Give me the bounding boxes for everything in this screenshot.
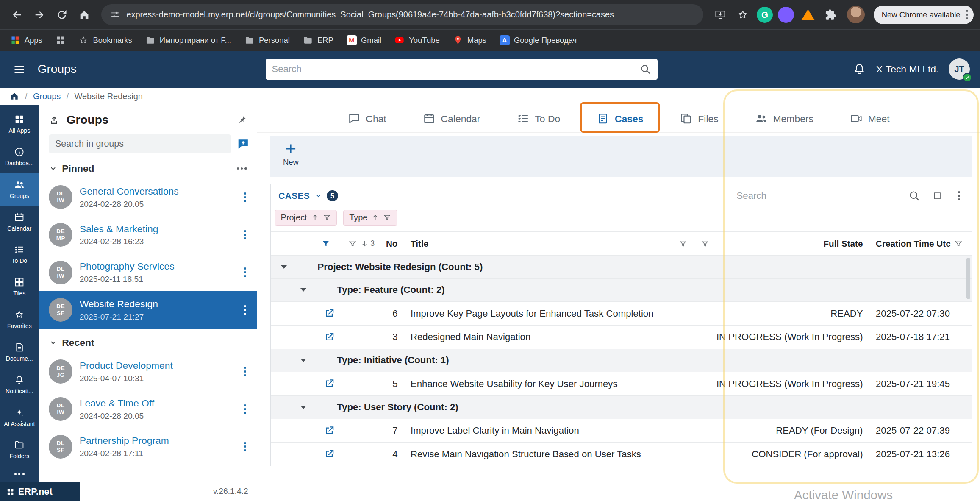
bookmark-folder-personal[interactable]: Personal [244,35,290,45]
breadcrumb-link-groups[interactable]: Groups [33,92,61,101]
table-row[interactable]: 7 Improve Label Clarity in Main Navigati… [271,419,971,443]
rail-more-button[interactable] [0,466,39,482]
group-item-selected[interactable]: DESF Website Redesign2025-07-21 21:27 [39,291,257,329]
group-name[interactable]: Leave & Time Off [80,398,233,409]
forward-button[interactable] [29,4,50,25]
groups-search-input[interactable] [49,134,231,153]
group-name[interactable]: Photography Services [80,261,233,272]
orange-extension-icon[interactable] [801,9,815,20]
sidebar-item-dashboard[interactable]: Dashboa... [0,140,39,173]
grammarly-extension-icon[interactable]: G [757,7,773,23]
open-case-button[interactable] [324,378,335,390]
sidebar-item-groups[interactable]: Groups [0,173,39,206]
cases-search-input[interactable] [737,190,897,201]
bookmark-folder-imported[interactable]: Импортирани от F... [145,35,231,45]
filter-row-toggle[interactable] [321,239,331,249]
group-item[interactable]: DLIW Photography Services2025-02-11 18:5… [39,253,257,291]
chevron-down-icon[interactable] [314,192,322,200]
new-post-button[interactable] [237,138,250,150]
open-case-button[interactable] [324,331,335,343]
chip-project[interactable]: Project [275,210,337,226]
group-name[interactable]: Product Development [80,360,233,371]
section-more-button[interactable] [237,167,247,170]
sidebar-item-ai-assistant[interactable]: AI Assistant [0,401,39,434]
section-recent[interactable]: Recent [39,329,257,353]
more-vert-icon[interactable] [239,402,251,416]
tab-files[interactable]: Files [677,105,721,132]
more-vert-icon[interactable] [966,10,968,20]
open-case-button[interactable] [324,425,335,437]
sort-indicator[interactable]: 3 [361,239,375,248]
column-filter-button[interactable] [348,239,357,248]
collapse-triangle-icon[interactable] [281,265,287,269]
group-row-type[interactable]: Type: User Story (Count: 2) [271,396,971,419]
install-app-button[interactable] [710,4,731,25]
more-vert-icon[interactable] [239,440,251,454]
bookmark-maps[interactable]: Maps [453,35,486,45]
bookmark-apps[interactable]: Apps [10,35,42,45]
collapse-triangle-icon[interactable] [300,406,306,409]
search-icon[interactable] [639,63,651,75]
purple-extension-icon[interactable] [778,7,794,23]
global-search[interactable] [266,59,658,80]
group-item[interactable]: DLIW General Conversations2024-02-28 20:… [39,178,257,216]
expand-panel-button[interactable] [933,191,942,200]
site-info-icon[interactable] [110,9,121,20]
browser-home-button[interactable] [74,4,95,25]
sidebar-item-calendar[interactable]: Calendar [0,206,39,238]
sidebar-item-todo[interactable]: To Do [0,238,39,271]
group-row-type[interactable]: Type: Feature (Count: 2) [271,279,971,302]
funnel-icon[interactable] [383,214,391,222]
open-case-button[interactable] [324,448,335,460]
bookmark-gmail[interactable]: M Gmail [347,35,381,45]
user-avatar[interactable]: JT [949,58,970,80]
tab-todo[interactable]: To Do [514,105,563,132]
bookmark-folder-erp[interactable]: ERP [303,35,333,45]
address-bar[interactable]: express-demo-model.my.erp.net/cl/groups/… [101,4,703,25]
more-vert-icon[interactable] [239,303,251,317]
more-vert-icon[interactable] [239,190,251,204]
notifications-button[interactable] [852,62,866,76]
group-name[interactable]: Sales & Marketing [80,223,233,235]
section-pinned[interactable]: Pinned [39,154,257,178]
sidebar-item-tiles[interactable]: Tiles [0,270,39,303]
extensions-button[interactable] [819,4,841,25]
tab-members[interactable]: Members [752,105,816,132]
collapse-panel-icon[interactable] [49,115,59,125]
refresh-button[interactable] [51,4,72,25]
apps-shortcut-button[interactable] [56,35,66,45]
panel-more-button[interactable] [954,190,964,202]
cases-title[interactable]: CASES [278,191,310,201]
group-row-type[interactable]: Type: Initiative (Count: 1) [271,349,971,373]
group-name[interactable]: Website Redesign [80,298,233,310]
collapse-triangle-icon[interactable] [300,288,306,292]
pin-icon[interactable] [236,115,247,125]
bookmark-translate[interactable]: A Google Преводач [500,35,577,45]
global-search-input[interactable] [272,64,639,75]
bookmark-youtube[interactable]: YouTube [394,35,440,45]
column-header-full-state[interactable]: Full State [823,239,863,249]
column-header-creation-time[interactable]: Creation Time Utc [876,239,951,249]
table-row[interactable]: 4 Revise Main Navigation Structure Based… [271,443,971,466]
breadcrumb-home-link[interactable] [9,91,19,101]
group-item[interactable]: DLSF Partnership Program2024-02-28 17:11 [39,428,257,466]
table-row[interactable]: 5 Enhance Website Usability for Key User… [271,372,971,396]
table-row[interactable]: 6 Improve Key Page Layouts for Enhanced … [271,302,971,326]
chip-type[interactable]: Type [343,210,397,226]
group-item[interactable]: DEJG Product Development2025-04-07 10:31 [39,353,257,390]
browser-profile-avatar[interactable] [847,6,864,23]
sidebar-item-documents[interactable]: Docume... [0,336,39,368]
group-name[interactable]: General Conversations [80,186,233,197]
more-vert-icon[interactable] [239,228,251,242]
tab-calendar[interactable]: Calendar [420,105,483,132]
tab-cases[interactable]: Cases [594,105,646,132]
column-filter-button[interactable] [954,239,963,248]
table-row[interactable]: 3 Redesigned Main Navigation IN PROGRESS… [271,326,971,349]
bookmark-page-button[interactable] [732,4,753,25]
sidebar-item-favorites[interactable]: Favorites [0,303,39,336]
group-item[interactable]: DEMP Sales & Marketing2024-02-28 16:23 [39,216,257,254]
column-filter-button[interactable] [700,239,710,248]
column-header-title[interactable]: Title [411,239,428,249]
sidebar-item-folders[interactable]: Folders [0,434,39,466]
more-vert-icon[interactable] [239,365,251,379]
